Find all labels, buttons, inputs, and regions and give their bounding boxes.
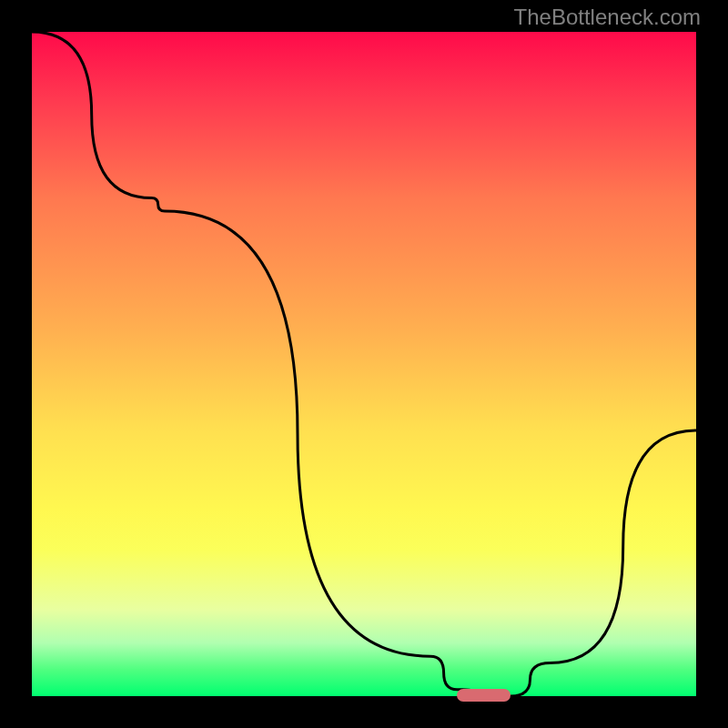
- watermark-text: TheBottleneck.com: [514, 5, 701, 30]
- bottleneck-curve: [32, 32, 696, 696]
- chart-container: TheBottleneck.com: [0, 0, 728, 728]
- plot-area: [32, 32, 696, 696]
- curve-svg: [32, 32, 696, 696]
- optimal-marker: [457, 689, 510, 702]
